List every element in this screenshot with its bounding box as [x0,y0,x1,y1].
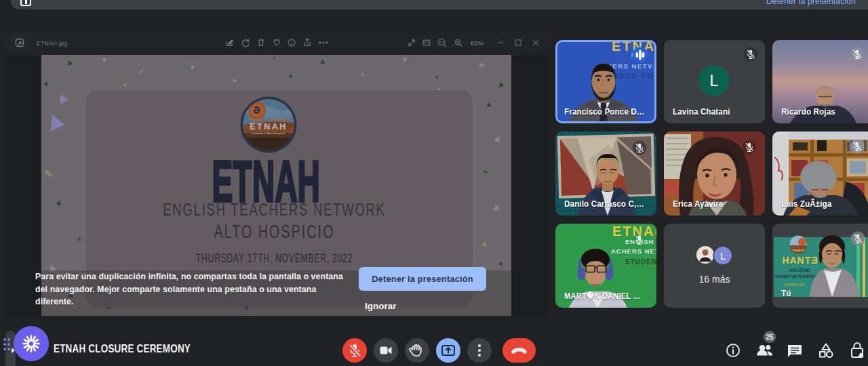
svg-text:HKIJ℧ᴎE: HKIJ℧ᴎE [789,268,810,272]
svg-text:62%: 62% [471,39,484,47]
svg-text:ACHERS NETV: ACHERS NETV [611,247,656,255]
svg-text:STUDENT: STUDENT [625,258,656,266]
svg-text:L: L [720,251,726,262]
svg-text:ETNAH: ETNAH [250,122,288,131]
svg-text:≖ᴚᴍ≖: ≖ᴚᴍ≖ [792,248,804,252]
svg-text:HANTƎ: HANTƎ [782,255,818,266]
svg-text:ᴄᴏᴙAᴍ ᴏᴙ: ᴄᴏᴙAᴍ ᴏᴙ [784,282,805,287]
svg-text:L: L [710,72,719,89]
svg-text:25: 25 [766,333,774,341]
svg-text:16 más: 16 más [699,274,730,285]
svg-text:network of Alto Hospicio: network of Alto Hospicio [252,131,285,135]
